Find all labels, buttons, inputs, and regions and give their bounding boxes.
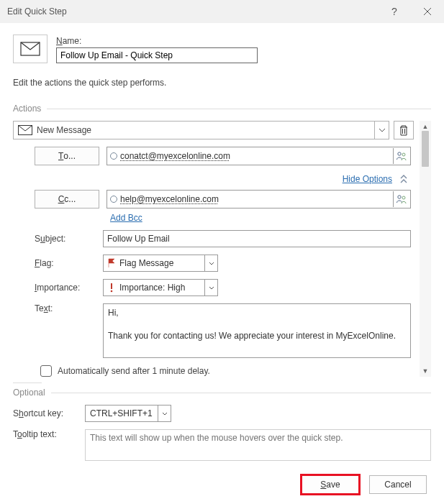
cc-field[interactable]: help@myexcelonline.com — [107, 190, 411, 209]
address-book-button[interactable] — [393, 148, 409, 164]
cc-button[interactable]: Cc... — [35, 190, 99, 209]
svg-point-4 — [397, 196, 400, 198]
to-field[interactable]: conatct@myexcelonline.com — [107, 147, 411, 165]
importance-label: Importance: — [35, 283, 96, 293]
name-input[interactable] — [56, 47, 258, 63]
chevron-down-icon — [374, 122, 389, 139]
delete-action-button[interactable] — [394, 121, 414, 139]
actions-header: Actions — [13, 104, 431, 114]
optional-header: Optional — [13, 388, 431, 398]
cancel-button[interactable]: Cancel — [369, 475, 427, 494]
quickstep-icon-button[interactable] — [13, 35, 47, 63]
importance-high-icon — [107, 283, 117, 293]
add-bcc-link[interactable]: Add Bcc — [110, 213, 142, 223]
close-button[interactable] — [411, 0, 444, 23]
address-book-icon — [396, 194, 407, 204]
description-text: Edit the actions the quick step performs… — [13, 78, 431, 88]
shortcut-label: Shortcut key: — [13, 408, 78, 418]
scroll-down-icon[interactable]: ▼ — [421, 367, 430, 375]
tooltip-textarea[interactable] — [85, 429, 431, 461]
name-section: Name: — [13, 35, 431, 63]
importance-select[interactable]: Importance: High — [103, 279, 218, 296]
collapse-icon[interactable] — [399, 175, 408, 183]
body-textarea[interactable] — [103, 303, 411, 358]
scroll-thumb[interactable] — [422, 131, 429, 167]
envelope-icon — [20, 42, 40, 56]
actions-scrollbar[interactable]: ▲ ▼ — [420, 121, 431, 377]
chevron-down-icon — [158, 406, 171, 421]
svg-point-5 — [402, 196, 405, 199]
close-icon — [423, 7, 432, 16]
shortcut-select[interactable]: CTRL+SHIFT+1 — [85, 405, 171, 422]
action-type-select[interactable]: New Message — [13, 121, 389, 139]
hide-options-link[interactable]: Hide Options — [343, 174, 392, 184]
trash-icon — [399, 124, 409, 136]
dialog-title: Edit Quick Step — [7, 6, 378, 17]
subject-label: Subject: — [35, 234, 96, 244]
help-button[interactable]: ? — [378, 0, 411, 23]
contact-indicator-icon — [110, 152, 117, 160]
auto-send-checkbox[interactable] — [40, 365, 52, 377]
flag-label: Flag: — [35, 258, 96, 268]
svg-point-3 — [402, 153, 405, 156]
auto-send-label: Automatically send after 1 minute delay. — [58, 366, 210, 376]
address-book-button[interactable] — [393, 191, 409, 207]
scroll-up-icon[interactable]: ▲ — [421, 122, 430, 131]
flag-select[interactable]: Flag Message — [103, 255, 218, 272]
chevron-down-icon — [204, 280, 217, 295]
envelope-icon — [18, 125, 32, 135]
subject-input[interactable] — [103, 230, 411, 247]
text-label: Text: — [35, 303, 96, 313]
svg-point-2 — [397, 152, 400, 155]
to-button[interactable]: To... — [35, 147, 99, 165]
action-row: New Message — [13, 121, 414, 139]
name-label: Name: — [56, 36, 431, 46]
address-book-icon — [396, 151, 407, 161]
flag-icon — [107, 258, 117, 268]
svg-point-6 — [111, 290, 113, 293]
chevron-down-icon — [204, 255, 217, 271]
contact-indicator-icon — [110, 196, 117, 203]
titlebar: Edit Quick Step ? — [0, 0, 444, 23]
save-button[interactable]: Save — [302, 475, 359, 494]
tooltip-label: Tooltip text: — [13, 429, 78, 439]
